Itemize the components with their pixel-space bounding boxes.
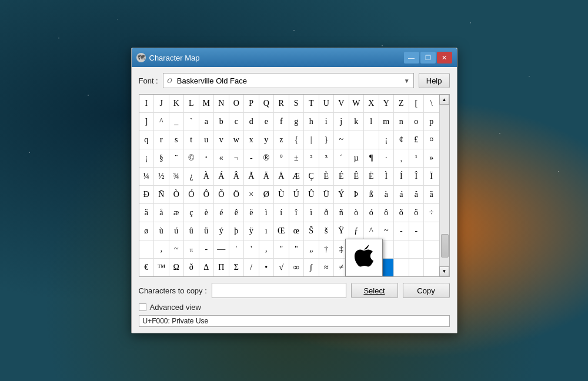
char-cell[interactable]: þ xyxy=(229,222,245,240)
char-cell[interactable]: † xyxy=(319,240,335,258)
char-cell[interactable]: Õ xyxy=(214,186,229,203)
char-cell[interactable]: √ xyxy=(274,259,289,276)
char-cell[interactable]: ç xyxy=(184,204,199,222)
font-dropdown[interactable]: 𝑂 Baskerville Old Face ▼ xyxy=(163,73,414,88)
select-button[interactable]: Select xyxy=(351,283,398,298)
char-cell[interactable]: ¨ xyxy=(169,149,185,167)
char-cell[interactable]: ^ xyxy=(154,113,169,131)
char-cell[interactable]: _ xyxy=(169,113,185,131)
char-cell[interactable]: Ô xyxy=(199,186,215,203)
char-cell[interactable]: M xyxy=(199,95,215,112)
char-cell[interactable]: Ð xyxy=(139,186,155,203)
char-cell[interactable]: i xyxy=(319,113,335,131)
char-cell[interactable]: ý xyxy=(214,222,229,240)
char-cell[interactable]: Í xyxy=(394,168,409,185)
char-cell[interactable]: | xyxy=(304,131,319,149)
char-cell[interactable]: ï xyxy=(304,204,319,222)
char-cell[interactable]: ú xyxy=(169,222,185,240)
char-cell[interactable]: í xyxy=(274,204,289,222)
char-cell[interactable]: Þ xyxy=(349,186,365,203)
char-cell[interactable]: n xyxy=(394,113,409,131)
char-cell[interactable]: - xyxy=(244,149,259,167)
char-cell[interactable]: Δ xyxy=(199,259,215,276)
char-cell[interactable]: } xyxy=(319,131,335,149)
char-cell[interactable]: ñ xyxy=(334,204,349,222)
char-cell[interactable]: é xyxy=(214,204,229,222)
char-cell[interactable]: ø xyxy=(139,222,155,240)
char-cell[interactable]: ™ xyxy=(154,259,169,276)
char-cell[interactable]: × xyxy=(244,186,259,203)
char-cell[interactable]: ∞ xyxy=(289,259,305,276)
char-cell[interactable]: Σ xyxy=(229,259,245,276)
char-cell[interactable]: Ω xyxy=(169,259,185,276)
char-cell[interactable]: ð xyxy=(319,204,335,222)
char-cell[interactable]: µ xyxy=(349,149,365,167)
char-cell[interactable]: x xyxy=(244,131,259,149)
char-cell[interactable]: q xyxy=(139,131,155,149)
char-cell[interactable]: T xyxy=(304,95,319,112)
char-cell[interactable]: · xyxy=(379,149,395,167)
char-cell[interactable]: À xyxy=(199,168,215,185)
char-cell[interactable]: ó xyxy=(364,204,379,222)
char-cell[interactable]: r xyxy=(154,131,169,149)
char-cell[interactable]: ¬ xyxy=(229,149,245,167)
char-cell[interactable]: π xyxy=(184,240,199,258)
char-cell[interactable]: Æ xyxy=(289,168,305,185)
char-cell[interactable]: È xyxy=(319,168,335,185)
char-cell[interactable]: ÷ xyxy=(424,204,439,222)
char-cell[interactable]: e xyxy=(259,113,275,131)
char-cell[interactable]: z xyxy=(274,131,289,149)
char-cell[interactable]: ¸ xyxy=(394,149,409,167)
scroll-up-button[interactable]: ▲ xyxy=(439,95,449,105)
char-cell[interactable]: ¾ xyxy=(169,168,185,185)
char-cell[interactable]: / xyxy=(244,259,259,276)
maximize-button[interactable]: ❐ xyxy=(420,52,436,63)
char-cell[interactable]: Ó xyxy=(184,186,199,203)
char-cell[interactable]: § xyxy=(154,149,169,167)
char-cell[interactable]: û xyxy=(184,222,199,240)
char-cell[interactable]: î xyxy=(289,204,305,222)
char-cell[interactable]: P xyxy=(244,95,259,112)
char-cell[interactable]: « xyxy=(214,149,229,167)
char-cell[interactable]: y xyxy=(259,131,275,149)
char-cell[interactable]: Ì xyxy=(379,168,395,185)
char-cell[interactable]: ^ xyxy=(364,222,379,240)
char-cell[interactable]: â xyxy=(409,186,425,203)
char-cell[interactable] xyxy=(424,240,439,258)
char-cell[interactable]: Ø xyxy=(259,186,275,203)
vertical-scrollbar[interactable]: ▲ ▼ xyxy=(439,95,449,276)
char-cell[interactable]: Ù xyxy=(274,186,289,203)
char-cell[interactable]: £ xyxy=(409,131,425,149)
char-cell[interactable]: h xyxy=(304,113,319,131)
char-cell[interactable]: v xyxy=(214,131,229,149)
char-cell[interactable]: Ä xyxy=(259,168,275,185)
char-cell[interactable]: É xyxy=(334,168,349,185)
char-cell[interactable]: » xyxy=(424,149,439,167)
char-cell[interactable]: j xyxy=(334,113,349,131)
char-cell[interactable]: ¿ xyxy=(184,168,199,185)
char-cell[interactable]: ¡ xyxy=(379,131,395,149)
char-cell[interactable]: ' xyxy=(229,240,245,258)
char-cell[interactable]: Ë xyxy=(364,168,379,185)
char-cell[interactable]: t xyxy=(184,131,199,149)
char-cell[interactable]: b xyxy=(214,113,229,131)
char-cell[interactable]: ı xyxy=(259,222,275,240)
char-cell[interactable]: , xyxy=(259,240,275,258)
char-cell[interactable]: ± xyxy=(289,149,305,167)
char-cell[interactable]: " xyxy=(289,240,305,258)
char-cell[interactable]: ´ xyxy=(334,149,349,167)
char-cell[interactable]: ã xyxy=(424,186,439,203)
char-cell[interactable]: ¼ xyxy=(139,168,155,185)
char-cell[interactable]: K xyxy=(169,95,185,112)
char-cell[interactable]: ä xyxy=(139,204,155,222)
char-cell[interactable]: Ú xyxy=(289,186,305,203)
char-cell[interactable]: Â xyxy=(229,168,245,185)
char-cell[interactable]: Q xyxy=(259,95,275,112)
char-cell[interactable]: s xyxy=(169,131,185,149)
scroll-down-button[interactable]: ▼ xyxy=(439,266,449,276)
char-cell[interactable]: ù xyxy=(154,222,169,240)
scroll-track[interactable] xyxy=(440,105,449,266)
char-cell[interactable]: ƒ xyxy=(349,222,365,240)
char-cell[interactable]: u xyxy=(199,131,215,149)
char-cell[interactable]: æ xyxy=(169,204,185,222)
